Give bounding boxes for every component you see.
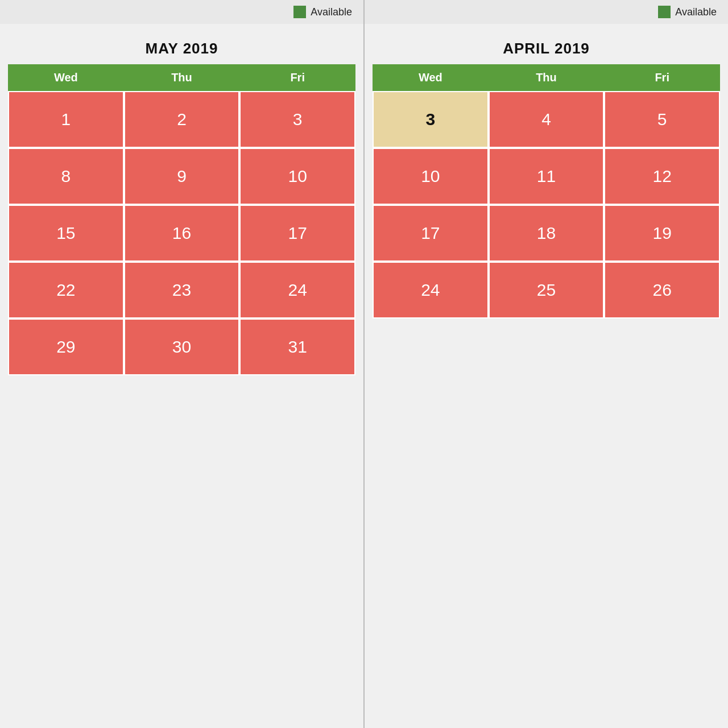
left-cell-15[interactable]: 15 — [8, 205, 124, 262]
right-cell-24[interactable]: 24 — [373, 262, 489, 318]
left-header-fri: Fri — [239, 64, 355, 91]
left-cell-9[interactable]: 9 — [124, 148, 240, 205]
right-legend-icon — [658, 6, 671, 18]
left-cell-30[interactable]: 30 — [124, 318, 240, 375]
right-month-title: APRIL 2019 — [373, 30, 720, 64]
left-legend-row: Available — [0, 0, 363, 24]
left-cell-2[interactable]: 2 — [124, 91, 240, 148]
right-calendar-grid: 3 4 5 10 11 12 17 18 19 24 25 26 — [373, 91, 720, 318]
right-cell-5[interactable]: 5 — [604, 91, 720, 148]
right-legend-label: Available — [675, 6, 717, 18]
left-header-wed: Wed — [8, 64, 124, 91]
right-cell-4[interactable]: 4 — [489, 91, 605, 148]
left-calendar-grid: 1 2 3 8 9 10 15 16 17 22 23 24 29 30 31 — [8, 91, 355, 375]
right-cell-3[interactable]: 3 — [373, 91, 489, 148]
left-cell-17[interactable]: 17 — [239, 205, 355, 262]
right-cell-25[interactable]: 25 — [489, 262, 605, 318]
left-month-title: MAY 2019 — [8, 30, 355, 64]
left-cell-29[interactable]: 29 — [8, 318, 124, 375]
left-header-thu: Thu — [124, 64, 240, 91]
left-cell-1[interactable]: 1 — [8, 91, 124, 148]
left-cell-16[interactable]: 16 — [124, 205, 240, 262]
left-cell-24[interactable]: 24 — [239, 262, 355, 318]
left-calendar-panel: Available MAY 2019 Wed Thu Fri 1 2 3 8 9… — [0, 0, 363, 728]
right-cell-12[interactable]: 12 — [604, 148, 720, 205]
right-cell-11[interactable]: 11 — [489, 148, 605, 205]
left-cell-8[interactable]: 8 — [8, 148, 124, 205]
right-cell-26[interactable]: 26 — [604, 262, 720, 318]
left-cell-23[interactable]: 23 — [124, 262, 240, 318]
right-cell-18[interactable]: 18 — [489, 205, 605, 262]
right-cell-19[interactable]: 19 — [604, 205, 720, 262]
left-legend-label: Available — [311, 6, 352, 18]
right-cell-10[interactable]: 10 — [373, 148, 489, 205]
left-legend-icon — [293, 6, 306, 18]
left-cell-22[interactable]: 22 — [8, 262, 124, 318]
left-calendar-header: Wed Thu Fri — [8, 64, 355, 91]
right-header-fri: Fri — [604, 64, 720, 91]
right-calendar-panel: Available APRIL 2019 Wed Thu Fri 3 4 5 1… — [363, 0, 728, 728]
right-cell-17[interactable]: 17 — [373, 205, 489, 262]
left-calendar: MAY 2019 Wed Thu Fri 1 2 3 8 9 10 15 16 … — [8, 30, 355, 375]
left-cell-31[interactable]: 31 — [239, 318, 355, 375]
left-cell-10[interactable]: 10 — [239, 148, 355, 205]
right-calendar-header: Wed Thu Fri — [373, 64, 720, 91]
right-header-wed: Wed — [373, 64, 489, 91]
right-legend-row: Available — [365, 0, 728, 24]
right-calendar: APRIL 2019 Wed Thu Fri 3 4 5 10 11 12 17… — [373, 30, 720, 318]
left-cell-3[interactable]: 3 — [239, 91, 355, 148]
page-wrapper: Available MAY 2019 Wed Thu Fri 1 2 3 8 9… — [0, 0, 728, 728]
right-header-thu: Thu — [489, 64, 605, 91]
